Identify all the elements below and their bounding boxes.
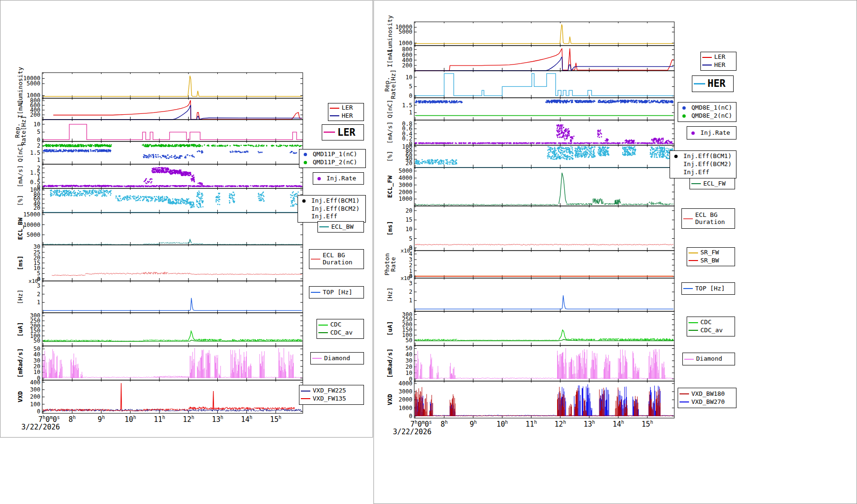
series-inj-rate <box>562 124 564 126</box>
series-inj-eff-bcm1- <box>258 196 259 197</box>
series-inj-rate <box>191 180 193 182</box>
legend-label: QMD8E_2(nC) <box>691 112 732 120</box>
series-qmd8e_1-nc- <box>424 102 425 103</box>
series-inj-rate <box>424 143 425 144</box>
series-qmd8e_1-nc- <box>591 101 593 102</box>
series-qmd8e_1-nc- <box>453 102 454 103</box>
series-inj-rate <box>564 140 566 141</box>
series-inj-rate <box>240 186 241 187</box>
series-inj-eff-bcm1- <box>659 154 660 155</box>
series-inj-rate <box>567 134 568 136</box>
series-inj-rate <box>662 143 663 144</box>
series-inj-eff-bcm1- <box>577 154 578 156</box>
series-inj-rate <box>588 143 590 144</box>
series-qmd8e_1-nc- <box>603 101 605 103</box>
series-inj-rate <box>170 173 171 174</box>
series-inj-eff-bcm1- <box>571 151 573 152</box>
series-qmd8e_1-nc- <box>565 101 566 102</box>
series-qmd8e_1-nc- <box>651 100 652 102</box>
series-rep-rate <box>415 74 673 96</box>
series-inj-eff-bcm1- <box>103 191 105 192</box>
series-inj-rate <box>662 138 664 139</box>
series-inj-eff-bcm1- <box>557 157 559 159</box>
series-qmd8e_1-nc- <box>621 101 623 103</box>
series-qmd11p_1-nc- <box>55 151 56 152</box>
series-inj-rate <box>564 138 565 139</box>
legend-label: HER <box>342 112 353 120</box>
series-qmd11p_1-nc- <box>194 157 195 158</box>
series-inj-rate <box>546 142 547 144</box>
series-inj-eff-bcm1- <box>559 158 560 159</box>
series-inj-rate <box>560 128 561 130</box>
series-inj-eff-bcm1- <box>232 197 233 198</box>
legend-inj-rate: Inj.Rate <box>313 172 364 185</box>
series-qmd8e_1-nc- <box>429 102 431 103</box>
series-inj-rate <box>521 143 522 144</box>
series-inj-rate <box>199 186 200 187</box>
series-inj-eff-bcm1- <box>558 147 559 148</box>
series-qmd11p_2-nc- <box>292 144 293 146</box>
series-inj-eff-bcm1- <box>549 152 550 153</box>
series-inj-rate <box>87 185 88 187</box>
y-axis-label: ECL_FW <box>386 176 394 198</box>
series-inj-rate <box>194 186 195 187</box>
series-inj-rate <box>276 186 278 187</box>
series-inj-eff-bcm1- <box>598 147 599 148</box>
series-inj-eff-bcm1- <box>602 155 604 156</box>
line-marker-icon <box>319 226 329 227</box>
series-qmd11p_1-nc- <box>46 151 47 152</box>
legend-ecl-bg: ECL BGDuration <box>681 208 735 229</box>
series-inj-eff-bcm1- <box>59 191 60 193</box>
series-inj-eff-bcm1- <box>86 192 87 193</box>
series-inj-eff-bcm1- <box>585 156 587 158</box>
legend-entry: VXD_BW270 <box>680 399 735 406</box>
series-inj-eff-bcm1- <box>594 147 596 148</box>
line-marker-icon <box>301 391 310 392</box>
series-qmd11p_1-nc- <box>88 151 89 152</box>
series-inj-eff-bcm1- <box>190 203 192 204</box>
series-inj-eff-bcm1- <box>293 197 295 199</box>
series-inj-eff-bcm1- <box>666 148 668 149</box>
series-inj-rate <box>289 186 291 187</box>
series-inj-eff-bcm1- <box>145 196 146 198</box>
series-cdc <box>598 338 673 341</box>
series-qmd11p_2-nc- <box>71 146 72 147</box>
series-qmd8e_1-nc- <box>420 100 421 102</box>
series-inj-eff-bcm1- <box>602 152 604 153</box>
legend-label: QMD11P_2(nC) <box>313 159 357 166</box>
y-tick-label: 100 <box>30 401 40 408</box>
series-inj-eff-bcm1- <box>233 195 234 196</box>
series-qmd11p_2-nc- <box>179 146 181 147</box>
series-inj-eff-bcm1- <box>449 163 451 165</box>
series-qmd11p_2-nc- <box>89 145 90 147</box>
line-marker-icon <box>318 332 328 333</box>
series-qmd11p_2-nc- <box>216 145 218 147</box>
series-qmd11p_2-nc- <box>66 144 67 146</box>
series-inj-rate <box>530 143 531 144</box>
series-qmd11p_2-nc- <box>53 145 54 146</box>
series-inj-eff-bcm1- <box>422 161 423 163</box>
series-ecl-bg-duration <box>52 275 85 276</box>
series-inj-eff-bcm1- <box>120 198 121 199</box>
series-qmd11p_2-nc- <box>233 145 235 146</box>
series-qmd8e_1-nc- <box>459 101 461 102</box>
series-inj-eff-bcm1- <box>232 198 233 200</box>
x-tick-label: 15h <box>642 420 653 429</box>
series-inj-rate <box>255 185 257 187</box>
y-tick-label: 2 <box>37 142 40 149</box>
series-inj-eff-bcm1- <box>51 195 52 196</box>
y-tick-label: 50 <box>34 337 40 344</box>
series-qmd11p_2-nc- <box>75 146 77 147</box>
series-inj-eff-bcm1- <box>600 155 602 157</box>
y-tick-label: 2000 <box>399 396 412 403</box>
legend-label: Inj.Eff <box>311 213 337 220</box>
legend-entry: Inj.Rate <box>315 175 362 182</box>
series-inj-rate <box>631 139 632 140</box>
series-qmd8e_1-nc- <box>652 102 654 103</box>
legend-label: Diamond <box>324 355 350 362</box>
series-qmd11p_2-nc- <box>60 144 62 146</box>
series-qmd8e_1-nc- <box>646 100 648 102</box>
y-tick-label: 5000 <box>399 28 412 35</box>
series-qmd11p_2-nc- <box>202 145 203 147</box>
series-inj-eff-bcm1- <box>177 199 178 200</box>
